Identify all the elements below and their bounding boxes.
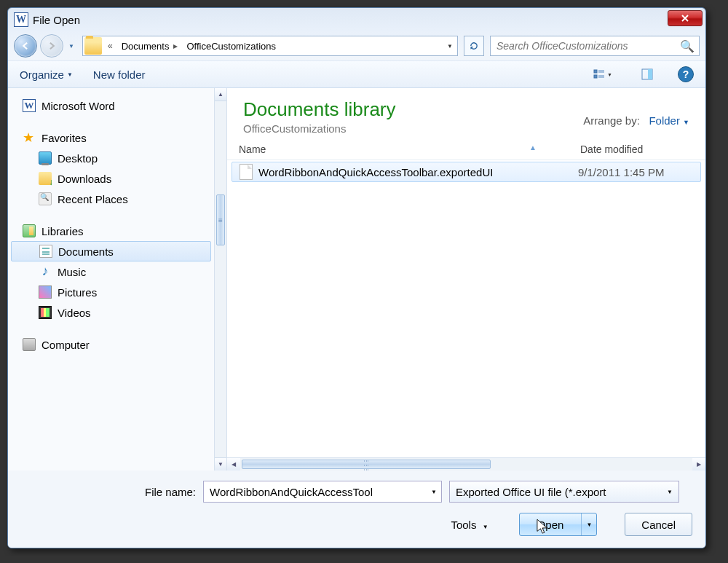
close-button[interactable] bbox=[668, 10, 703, 26]
svg-rect-1 bbox=[594, 75, 597, 78]
word-app-icon: W bbox=[14, 12, 28, 27]
sidebar-item-computer[interactable]: Computer bbox=[8, 334, 214, 355]
history-dropdown[interactable]: ▼ bbox=[66, 35, 76, 57]
file-row[interactable]: WordRibbonAndQuickAccessToolbar.exported… bbox=[232, 162, 701, 182]
scroll-track[interactable] bbox=[215, 101, 226, 457]
breadcrumb-officecustomizations[interactable]: OfficeCustomizations bbox=[182, 36, 280, 55]
column-name[interactable]: Name bbox=[234, 143, 529, 155]
desktop-icon bbox=[39, 151, 52, 165]
sidebar-item-libraries[interactable]: Libraries bbox=[8, 221, 214, 241]
search-icon[interactable]: 🔍 bbox=[680, 39, 695, 53]
star-icon: ★ bbox=[23, 131, 36, 144]
sidebar-item-downloads[interactable]: Downloads bbox=[8, 168, 214, 189]
scroll-up-button[interactable]: ▲ bbox=[215, 88, 226, 101]
downloads-icon bbox=[39, 172, 52, 185]
file-list: WordRibbonAndQuickAccessToolbar.exported… bbox=[227, 160, 705, 457]
address-dropdown[interactable]: ▼ bbox=[443, 36, 457, 55]
sidebar-scrollbar[interactable]: ▲ ▼ bbox=[214, 88, 227, 471]
back-button[interactable] bbox=[14, 34, 37, 58]
navigation-row: ▼ « Documents▸ OfficeCustomizations ▼ 🔍 bbox=[8, 31, 705, 60]
filename-dropdown-icon[interactable]: ▼ bbox=[428, 489, 437, 495]
arrange-by: Arrange by: Folder ▼ bbox=[583, 114, 689, 127]
scroll-left-button[interactable]: ◀ bbox=[227, 458, 240, 471]
organize-menu[interactable]: Organize ▼ bbox=[20, 68, 73, 81]
file-date: 9/1/2011 1:45 PM bbox=[578, 166, 687, 178]
scroll-down-button[interactable]: ▼ bbox=[215, 457, 226, 471]
sidebar-item-desktop[interactable]: Desktop bbox=[8, 148, 214, 168]
open-button[interactable]: Open ▼ bbox=[519, 513, 598, 536]
arrow-left-icon bbox=[20, 41, 31, 51]
word-icon: W bbox=[23, 99, 36, 112]
view-icon bbox=[593, 68, 605, 80]
cancel-button[interactable]: Cancel bbox=[625, 513, 692, 536]
sidebar-item-music[interactable]: ♪ Music bbox=[8, 261, 214, 282]
sidebar-item-documents[interactable]: Documents bbox=[11, 241, 211, 261]
svg-rect-0 bbox=[594, 70, 597, 73]
column-headers: Name ▲ Date modified bbox=[227, 139, 705, 160]
tools-menu[interactable]: Tools ▼ bbox=[451, 519, 488, 531]
file-name: WordRibbonAndQuickAccessToolbar.exported… bbox=[258, 166, 578, 178]
refresh-button[interactable] bbox=[464, 36, 484, 56]
filetype-combobox[interactable]: Exported Office UI file (*.export ▼ bbox=[449, 481, 679, 503]
refresh-icon bbox=[469, 41, 479, 51]
preview-pane-button[interactable] bbox=[637, 66, 657, 83]
open-split-dropdown[interactable]: ▼ bbox=[581, 513, 596, 535]
new-folder-button[interactable]: New folder bbox=[93, 68, 146, 81]
library-title: Documents library bbox=[243, 98, 396, 121]
address-bar[interactable]: « Documents▸ OfficeCustomizations ▼ bbox=[82, 36, 458, 56]
documents-icon bbox=[39, 245, 52, 258]
sidebar-item-videos[interactable]: Videos bbox=[8, 302, 214, 323]
svg-rect-3 bbox=[648, 69, 652, 79]
file-open-dialog: W File Open ▼ « Documents▸ OfficeCustomi… bbox=[7, 7, 706, 548]
breadcrumb-documents[interactable]: Documents▸ bbox=[117, 36, 183, 55]
filename-input[interactable] bbox=[208, 485, 428, 499]
folder-icon bbox=[84, 37, 102, 55]
scroll-right-button[interactable]: ▶ bbox=[692, 458, 705, 471]
toolbar: Organize ▼ New folder ▼ ? bbox=[8, 60, 705, 88]
library-subtitle: OfficeCustomizations bbox=[243, 122, 396, 135]
horizontal-scrollbar[interactable]: ◀ ▶ bbox=[227, 457, 705, 471]
sidebar-item-recent[interactable]: Recent Places bbox=[8, 189, 214, 209]
dialog-footer: File name: ▼ Exported Office UI file (*.… bbox=[8, 471, 705, 548]
breadcrumb-prev[interactable]: « bbox=[103, 36, 117, 55]
filename-combobox[interactable]: ▼ bbox=[203, 481, 442, 503]
file-list-pane: Documents library OfficeCustomizations A… bbox=[227, 88, 705, 471]
filename-label: File name: bbox=[21, 486, 196, 498]
view-options-button[interactable]: ▼ bbox=[589, 66, 617, 83]
help-button[interactable]: ? bbox=[678, 66, 694, 82]
sort-indicator-icon: ▲ bbox=[529, 143, 580, 155]
arrow-right-icon bbox=[47, 41, 57, 51]
music-icon: ♪ bbox=[39, 265, 52, 278]
recent-icon bbox=[39, 192, 52, 205]
close-icon bbox=[681, 15, 689, 22]
arrange-by-dropdown[interactable]: Folder ▼ bbox=[649, 114, 689, 127]
libraries-icon bbox=[23, 224, 36, 237]
hscroll-track[interactable] bbox=[240, 458, 692, 471]
scroll-thumb[interactable] bbox=[216, 194, 225, 245]
search-box[interactable]: 🔍 bbox=[490, 36, 700, 56]
titlebar: W File Open bbox=[8, 8, 705, 31]
forward-button[interactable] bbox=[40, 34, 63, 58]
pictures-icon bbox=[39, 286, 52, 299]
computer-icon bbox=[23, 338, 36, 351]
preview-pane-icon bbox=[641, 68, 653, 80]
column-date[interactable]: Date modified bbox=[580, 143, 689, 155]
sidebar-item-pictures[interactable]: Pictures bbox=[8, 282, 214, 302]
videos-icon bbox=[39, 306, 52, 319]
search-input[interactable] bbox=[495, 39, 680, 52]
filetype-dropdown-icon: ▼ bbox=[667, 489, 673, 495]
sidebar-item-favorites[interactable]: ★ Favorites bbox=[8, 127, 214, 148]
file-icon bbox=[240, 164, 253, 180]
hscroll-thumb[interactable] bbox=[242, 460, 491, 469]
navigation-pane: W Microsoft Word ★ Favorites Desktop Dow… bbox=[8, 88, 214, 471]
sidebar-item-msword[interactable]: W Microsoft Word bbox=[8, 95, 214, 116]
window-title: File Open bbox=[33, 14, 668, 26]
